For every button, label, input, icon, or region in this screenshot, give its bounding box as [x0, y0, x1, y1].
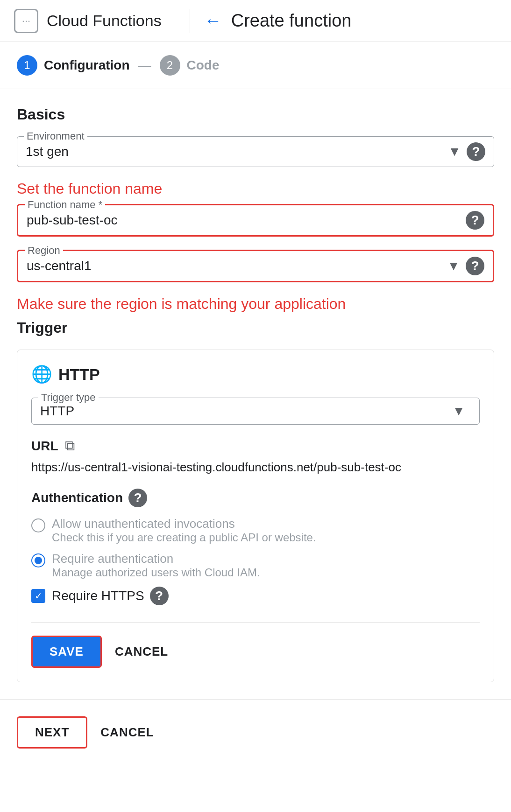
radio-unauthenticated-text: Allow unauthenticated invocations Check …: [52, 517, 316, 544]
function-name-label: Function name *: [25, 199, 105, 211]
environment-field[interactable]: Environment 1st gen ▼ ?: [17, 136, 494, 167]
trigger-type-field-group: Trigger type HTTP ▼: [31, 398, 480, 425]
basics-title: Basics: [17, 106, 494, 123]
auth-title-text: Authentication: [31, 490, 123, 505]
trigger-type-value: HTTP: [40, 404, 452, 419]
http-globe-icon: 🌐: [31, 364, 52, 385]
trigger-header: 🌐 HTTP: [31, 364, 480, 385]
region-label: Region: [25, 245, 63, 257]
https-checkbox[interactable]: ✓: [31, 589, 45, 603]
app-logo-icon: ···: [14, 9, 38, 33]
app-name: Cloud Functions: [47, 12, 162, 30]
step-dash: —: [138, 58, 151, 73]
trigger-type-field[interactable]: Trigger type HTTP ▼: [31, 398, 480, 425]
radio-authenticated-sub: Manage authorized users with Cloud IAM.: [52, 566, 260, 579]
step1-circle: 1: [17, 55, 37, 76]
environment-label: Environment: [24, 130, 87, 142]
step2-label: Code: [187, 58, 220, 73]
https-checkbox-label: Require HTTPS ?: [52, 587, 169, 605]
trigger-section: 🌐 HTTP Trigger type HTTP ▼ URL ⧉ https:/…: [17, 350, 494, 682]
back-nav[interactable]: ← Create function: [204, 11, 352, 31]
region-field-group: Region us-central1 ▼ ?: [17, 250, 494, 282]
function-name-field[interactable]: Function name * pub-sub-test-oc ?: [17, 204, 494, 237]
radio-authenticated-text: Require authentication Manage authorized…: [52, 552, 260, 579]
function-name-help-icon[interactable]: ?: [466, 211, 484, 230]
radio-authenticated-main: Require authentication: [52, 552, 260, 566]
radio-unauthenticated[interactable]: Allow unauthenticated invocations Check …: [31, 517, 480, 544]
environment-dropdown-icon[interactable]: ▼: [448, 144, 461, 159]
copy-icon[interactable]: ⧉: [65, 438, 75, 454]
main-content: Basics Environment 1st gen ▼ ? Set the f…: [0, 89, 511, 682]
environment-field-group: Environment 1st gen ▼ ?: [17, 136, 494, 167]
region-annotation: Make sure the region is matching your ap…: [17, 295, 494, 313]
environment-help-icon[interactable]: ?: [467, 142, 485, 161]
radio-unauthenticated-sub: Check this if you are creating a public …: [52, 531, 316, 544]
auth-section: Authentication ? Allow unauthenticated i…: [31, 489, 480, 605]
url-value: https://us-central1-visionai-testing.clo…: [31, 459, 480, 476]
function-name-annotation: Set the function name: [17, 180, 494, 197]
check-icon: ✓: [35, 590, 43, 602]
page-title: Create function: [231, 11, 352, 31]
auth-title: Authentication ?: [31, 489, 480, 507]
steps-bar: 1 Configuration — 2 Code: [0, 42, 511, 89]
step1-label: Configuration: [44, 58, 130, 73]
function-name-field-group: Function name * pub-sub-test-oc ?: [17, 204, 494, 237]
radio-authenticated[interactable]: Require authentication Manage authorized…: [31, 552, 480, 579]
region-field[interactable]: Region us-central1 ▼ ?: [17, 250, 494, 282]
region-value: us-central1: [27, 259, 447, 273]
region-dropdown-icon[interactable]: ▼: [447, 259, 460, 273]
trigger-actions: SAVE CANCEL: [31, 622, 480, 668]
trigger-header-label: HTTP: [58, 365, 100, 384]
trigger-cancel-button[interactable]: CANCEL: [115, 644, 168, 659]
environment-value: 1st gen: [26, 144, 448, 159]
https-help-icon[interactable]: ?: [150, 587, 169, 605]
header: ··· Cloud Functions ← Create function: [0, 0, 511, 42]
header-divider: [190, 9, 190, 33]
trigger-type-dropdown-icon[interactable]: ▼: [452, 404, 465, 419]
trigger-section-title: Trigger: [17, 319, 494, 336]
bottom-cancel-button[interactable]: CANCEL: [100, 725, 154, 740]
radio-unauthenticated-btn[interactable]: [31, 518, 45, 532]
back-arrow-icon[interactable]: ←: [204, 11, 222, 31]
url-label: URL: [31, 439, 58, 454]
https-checkbox-row[interactable]: ✓ Require HTTPS ?: [31, 587, 480, 605]
radio-authenticated-btn[interactable]: [31, 553, 45, 567]
function-name-value: pub-sub-test-oc: [27, 213, 466, 228]
next-button[interactable]: NEXT: [17, 716, 87, 749]
trigger-type-label: Trigger type: [38, 392, 99, 404]
auth-help-icon[interactable]: ?: [128, 489, 147, 507]
bottom-actions: NEXT CANCEL: [0, 699, 511, 765]
step-1[interactable]: 1 Configuration: [17, 55, 130, 76]
step2-circle: 2: [160, 55, 180, 76]
url-row: URL ⧉: [31, 438, 480, 454]
region-help-icon[interactable]: ?: [466, 257, 484, 275]
logo-area: ··· Cloud Functions: [14, 9, 162, 33]
step-2[interactable]: 2 Code: [160, 55, 220, 76]
https-label-text: Require HTTPS: [52, 588, 144, 603]
radio-unauthenticated-main: Allow unauthenticated invocations: [52, 517, 316, 531]
save-button[interactable]: SAVE: [31, 636, 102, 668]
